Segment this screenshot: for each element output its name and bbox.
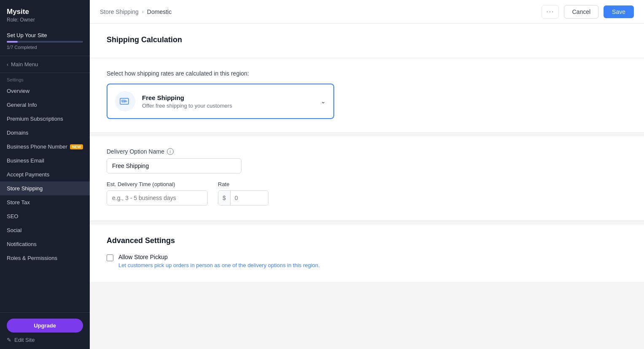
chevron-left-icon: ‹ — [7, 62, 8, 68]
delivery-time-input[interactable] — [107, 190, 208, 206]
pencil-icon: ✎ — [7, 337, 11, 343]
delivery-time-col: Est. Delivery Time (optional) — [107, 181, 208, 206]
allow-pickup-checkbox[interactable] — [107, 254, 113, 261]
sidebar-item-label: Premium Subscriptions — [7, 116, 63, 122]
form-row-delivery-rate: Est. Delivery Time (optional) Rate $ — [107, 181, 627, 206]
sidebar-item-premium-subscriptions[interactable]: Premium Subscriptions — [0, 112, 90, 126]
setup-section: Set Up Your Site 1/7 Completed — [0, 28, 90, 56]
edit-site-label: Edit Site — [14, 337, 35, 343]
sidebar-item-label: Business Email — [7, 157, 44, 164]
free-shipping-icon: FREE — [118, 95, 132, 108]
sidebar-item-domains[interactable]: Domains — [0, 126, 90, 140]
form-section: Delivery Option Name i Est. Delivery Tim… — [90, 136, 644, 221]
main-content: Store Shipping › Domestic ··· Cancel Sav… — [90, 0, 644, 349]
advanced-settings-section: Advanced Settings Allow Store Pickup Let… — [90, 225, 644, 282]
sidebar-item-business-email[interactable]: Business Email — [0, 154, 90, 168]
section-divider — [90, 133, 644, 136]
free-shipping-icon-box: FREE — [115, 91, 135, 111]
chevron-down-icon: ⌄ — [321, 98, 326, 105]
shipping-option-name: Free Shipping — [142, 94, 321, 101]
sidebar-item-overview[interactable]: Overview — [0, 84, 90, 98]
sidebar-item-label: SEO — [7, 213, 18, 219]
sidebar-item-label: General Info — [7, 102, 37, 108]
shipping-calc-section: Select how shipping rates are calculated… — [90, 58, 644, 133]
new-badge: NEW — [70, 144, 83, 149]
sidebar-item-accept-payments[interactable]: Accept Payments — [0, 168, 90, 181]
sidebar-item-store-shipping[interactable]: Store Shipping — [0, 181, 90, 195]
advanced-settings-title: Advanced Settings — [107, 236, 627, 245]
free-shipping-option-card[interactable]: FREE Free Shipping Offer free shipping t… — [107, 84, 334, 119]
sidebar-item-label: Accept Payments — [7, 171, 49, 178]
sidebar-item-label: Social — [7, 227, 21, 233]
allow-pickup-desc: Let customers pick up orders in person a… — [118, 262, 320, 268]
sidebar-item-roles-permissions[interactable]: Roles & Permissions — [0, 251, 90, 265]
progress-label: 1/7 Completed — [7, 45, 83, 50]
sidebar-item-business-phone[interactable]: Business Phone Number NEW — [0, 140, 90, 154]
svg-text:FREE: FREE — [122, 100, 127, 103]
page-body: Shipping Calculation Select how shipping… — [90, 24, 644, 349]
settings-section-label: Settings — [0, 73, 90, 84]
shipping-calc-subtitle: Select how shipping rates are calculated… — [107, 70, 627, 77]
sidebar-item-notifications[interactable]: Notifications — [0, 237, 90, 251]
shipping-option-desc: Offer free shipping to your customers — [142, 103, 321, 109]
allow-pickup-row: Allow Store Pickup Let customers pick up… — [107, 254, 627, 268]
delivery-time-label: Est. Delivery Time (optional) — [107, 181, 208, 187]
breadcrumb-parent[interactable]: Store Shipping — [100, 8, 139, 15]
delivery-option-name-input[interactable] — [107, 158, 241, 173]
section-divider-2 — [90, 221, 644, 225]
rate-input[interactable] — [231, 191, 268, 205]
sidebar-item-general-info[interactable]: General Info — [0, 98, 90, 112]
sidebar-item-label: Notifications — [7, 241, 37, 247]
sidebar-item-label: Overview — [7, 88, 30, 94]
save-button[interactable]: Save — [604, 5, 634, 18]
sidebar-item-store-tax[interactable]: Store Tax — [0, 195, 90, 209]
delivery-option-name-label: Delivery Option Name i — [107, 148, 627, 155]
shipping-calculation-title: Shipping Calculation — [107, 35, 627, 44]
sidebar-item-label: Business Phone Number — [7, 143, 67, 150]
site-name: Mysite — [7, 8, 83, 16]
progress-bar-fill — [7, 41, 18, 43]
sidebar-item-seo[interactable]: SEO — [0, 209, 90, 223]
rate-label: Rate — [218, 181, 268, 187]
breadcrumb-chevron-icon: › — [142, 9, 144, 15]
info-icon[interactable]: i — [167, 148, 174, 155]
breadcrumb: Store Shipping › Domestic — [100, 8, 172, 15]
breadcrumb-current: Domestic — [147, 8, 172, 15]
topbar-actions: ··· Cancel Save — [542, 5, 634, 19]
allow-pickup-text: Allow Store Pickup Let customers pick up… — [118, 254, 320, 268]
setup-title: Set Up Your Site — [7, 32, 83, 38]
allow-pickup-label: Allow Store Pickup — [118, 254, 320, 260]
upgrade-button[interactable]: Upgrade — [7, 319, 83, 333]
shipping-option-text: Free Shipping Offer free shipping to you… — [142, 94, 321, 109]
sidebar-header: Mysite Role: Owner — [0, 0, 90, 28]
sidebar-item-label: Domains — [7, 130, 28, 136]
edit-site-link[interactable]: ✎ Edit Site — [7, 337, 83, 343]
sidebar-item-label: Roles & Permissions — [7, 255, 57, 261]
site-role: Role: Owner — [7, 17, 83, 23]
progress-bar-bg — [7, 41, 83, 43]
main-menu-label: Main Menu — [11, 61, 38, 68]
sidebar-item-label: Store Tax — [7, 199, 30, 206]
main-menu-link[interactable]: ‹ Main Menu — [0, 56, 90, 73]
topbar: Store Shipping › Domestic ··· Cancel Sav… — [90, 0, 644, 24]
sidebar: Mysite Role: Owner Set Up Your Site 1/7 … — [0, 0, 90, 349]
rate-input-wrap: $ — [218, 190, 268, 206]
sidebar-item-label: Store Shipping — [7, 185, 43, 192]
sidebar-item-social[interactable]: Social — [0, 223, 90, 237]
rate-prefix: $ — [218, 191, 231, 205]
section-title-card: Shipping Calculation — [90, 24, 644, 58]
more-options-button[interactable]: ··· — [542, 5, 559, 19]
cancel-button[interactable]: Cancel — [564, 5, 598, 19]
rate-col: Rate $ — [218, 181, 268, 206]
sidebar-bottom: Upgrade ✎ Edit Site — [0, 312, 90, 349]
